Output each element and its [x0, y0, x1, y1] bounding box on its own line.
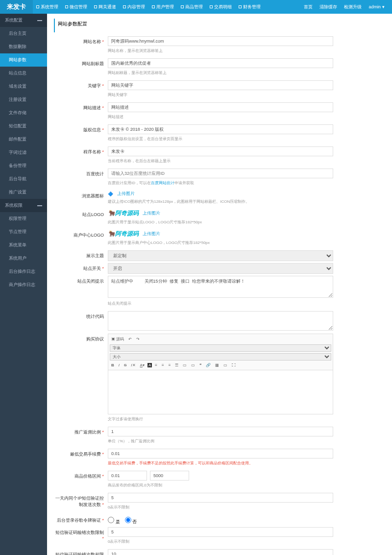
font-select[interactable]: 字体	[110, 344, 331, 352]
side-merchant-log[interactable]: 商户操作日志	[0, 278, 47, 291]
side-home[interactable]: 后台主页	[0, 27, 47, 40]
side-nav[interactable]: 后台导航	[0, 172, 47, 186]
redo-icon[interactable]: ↷	[135, 336, 141, 342]
strike-icon[interactable]: S	[122, 362, 128, 368]
theme-select[interactable]: 新定制	[108, 250, 333, 261]
menu-trade[interactable]: 交易明细	[206, 4, 235, 10]
italic-icon[interactable]: I	[117, 362, 121, 368]
side-delete[interactable]: 数据删除	[0, 40, 47, 53]
baidu-input[interactable]	[108, 169, 333, 178]
app-name-input[interactable]	[108, 146, 333, 156]
size-select[interactable]: 大小	[110, 353, 331, 361]
side-group-auth[interactable]: 系统权限	[0, 199, 47, 212]
source-button[interactable]: ▣ 源码	[110, 336, 125, 343]
captcha-ban-input[interactable]	[108, 549, 333, 555]
site-name-input[interactable]	[108, 36, 333, 46]
side-backup[interactable]: 备份管理	[0, 159, 47, 172]
top-right: 首页 清除缓存 检测升级 admin ▾	[300, 4, 388, 10]
fullscreen-icon[interactable]: ⛶	[230, 362, 237, 368]
code-icon[interactable]: ▭	[222, 362, 229, 368]
video-icon[interactable]: ▭	[190, 362, 196, 368]
subtitle-input[interactable]	[108, 58, 333, 68]
content: 网站参数配置 网站名称 *网站名称，显示在浏览器标签上 网站副标题网站副标题，显…	[47, 14, 392, 555]
menu-product[interactable]: 商品管理	[177, 4, 206, 10]
baidu-link[interactable]: 百度网站统计	[151, 181, 174, 185]
captcha-no-radio[interactable]: 否	[125, 517, 137, 525]
align-center-icon[interactable]: ≡	[160, 362, 166, 368]
align-left-icon[interactable]: ≡	[153, 362, 159, 368]
table-icon[interactable]: ▦	[214, 362, 220, 368]
image-icon[interactable]: ▭	[181, 362, 188, 368]
list-icon[interactable]: ☰	[173, 362, 180, 368]
close-tip-textarea[interactable]: 站点维护中 关闭15分钟 修复 接口 给您带来的不便敬请谅解！	[108, 276, 333, 298]
app-logo: 来发卡	[0, 0, 33, 14]
side-sysuser[interactable]: 系统用户	[0, 252, 47, 265]
upload-site-logo-button[interactable]: 上传图片	[143, 210, 160, 217]
top-menu: 系统管理 微信管理 网关通道 内容管理 用户管理 商品管理 交易明细 财务管理	[33, 4, 300, 10]
price-max-input[interactable]	[150, 471, 189, 481]
menu-wechat[interactable]: 微信管理	[62, 4, 91, 10]
nav-home[interactable]: 首页	[300, 4, 316, 10]
color-icon[interactable]: A▾	[139, 362, 146, 368]
menu-content[interactable]: 内容管理	[120, 4, 148, 10]
price-min-input[interactable]	[108, 471, 147, 481]
desc-input[interactable]	[108, 102, 333, 112]
undo-icon[interactable]: ↶	[127, 336, 133, 342]
side-menu[interactable]: 系统菜单	[0, 239, 47, 252]
copyright-input[interactable]	[108, 124, 333, 134]
side-filter[interactable]: 字词过滤	[0, 146, 47, 159]
side-auth[interactable]: 权限管理	[0, 212, 47, 225]
keywords-input[interactable]	[108, 80, 333, 90]
side-sms[interactable]: 短信配置	[0, 120, 47, 133]
side-register[interactable]: 注册设置	[0, 93, 47, 106]
upload-merchant-logo-button[interactable]: 上传图片	[143, 231, 160, 237]
min-fee-input[interactable]	[108, 449, 333, 458]
align-right-icon[interactable]: ≡	[167, 362, 172, 368]
site-switch-select[interactable]: 开启	[108, 263, 333, 274]
page-title: 网站参数配置	[54, 19, 385, 32]
side-node[interactable]: 节点管理	[0, 225, 47, 239]
captcha-yes-radio[interactable]: 是	[108, 517, 120, 525]
clear-icon[interactable]: I✕	[129, 362, 137, 368]
editor-toolbar: ▣ 源码 ↶↷ 字体 大小 B I S I✕ A▾ A ≡ ≡ ≡ ☰ ▭ ▭ …	[108, 334, 333, 370]
side-admin-log[interactable]: 后台操作日志	[0, 265, 47, 278]
menu-system[interactable]: 系统管理	[33, 4, 62, 10]
minus-icon	[37, 205, 42, 206]
captcha-limit-input[interactable]	[108, 527, 333, 537]
minus-icon	[37, 20, 42, 21]
side-promotion[interactable]: 推广设置	[0, 186, 47, 199]
stat-code-textarea[interactable]	[108, 311, 333, 331]
bold-icon[interactable]: B	[110, 362, 116, 368]
sidebar: 系统配置 后台主页 数据删除 网站参数 站点信息 域名设置 注册设置 文件存储 …	[0, 14, 47, 555]
nav-user[interactable]: admin ▾	[365, 4, 388, 10]
merchant-logo-preview: 🐂阿奇源码	[108, 230, 139, 238]
menu-finance[interactable]: 财务管理	[235, 4, 264, 10]
site-logo-preview: 🐂阿奇源码	[108, 209, 139, 217]
promotion-input[interactable]	[108, 427, 333, 436]
side-email[interactable]: 邮件配置	[0, 133, 47, 146]
nav-check-update[interactable]: 检测升级	[341, 4, 365, 10]
menu-gateway[interactable]: 网关通道	[91, 4, 120, 10]
nav-clear-cache[interactable]: 清除缓存	[316, 4, 341, 10]
side-storage[interactable]: 文件存储	[0, 106, 47, 120]
link-icon[interactable]: 🔗	[204, 362, 212, 368]
side-site-info[interactable]: 站点信息	[0, 67, 47, 80]
favicon-icon: 🔷	[108, 192, 113, 196]
side-site-params[interactable]: 网站参数	[0, 53, 47, 67]
side-group-config[interactable]: 系统配置	[0, 14, 47, 27]
upload-favicon-button[interactable]: 上传图片	[117, 191, 135, 197]
side-domain[interactable]: 域名设置	[0, 80, 47, 93]
bgcolor-icon[interactable]: A	[147, 363, 152, 367]
quote-icon[interactable]: ❝	[198, 362, 203, 368]
menu-user[interactable]: 用户管理	[148, 4, 177, 10]
top-bar: 来发卡 系统管理 微信管理 网关通道 内容管理 用户管理 商品管理 交易明细 财…	[0, 0, 392, 14]
ip-limit-input[interactable]	[108, 493, 333, 503]
editor-body[interactable]	[108, 370, 333, 414]
